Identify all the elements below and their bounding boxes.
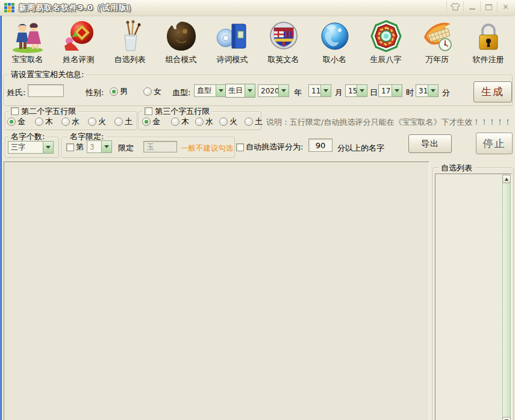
name-count-select[interactable]: 三字	[8, 141, 54, 154]
year-select[interactable]: 2020	[258, 84, 289, 97]
minimize-icon	[469, 8, 475, 10]
calendar-icon	[420, 18, 454, 53]
chevron-down-icon	[428, 85, 438, 96]
toolbar-poetry-mode[interactable]: 诗词模式	[207, 18, 258, 69]
birthday-select[interactable]: 生日	[225, 84, 255, 98]
scrollbar-track[interactable]	[502, 175, 511, 420]
toolbar-custom-list[interactable]: 自选列表	[104, 18, 155, 69]
nickname-icon	[318, 18, 352, 53]
wuxing2-fire-radio[interactable]: 火	[88, 116, 106, 127]
baby-naming-icon	[11, 18, 45, 53]
wuxing2-wood-radio[interactable]: 木	[35, 116, 53, 127]
minute-select[interactable]: 31	[416, 84, 439, 97]
scrollbar-down-button[interactable]	[502, 417, 511, 420]
chevron-down-icon	[216, 85, 226, 96]
toolbar-register[interactable]: 软件注册	[463, 18, 514, 69]
wuxing2-earth-radio[interactable]: 土	[114, 116, 133, 127]
gender-female-radio[interactable]: 女	[143, 86, 161, 97]
blood-type-select[interactable]: 血型	[194, 84, 226, 97]
radio-icon	[245, 118, 253, 126]
english-name-icon	[267, 18, 301, 53]
name-count-title: 名字个数:	[8, 132, 47, 141]
custom-list-title: 自选列表	[439, 163, 475, 172]
toolbar-label: 取小名	[323, 54, 346, 65]
gender-male-radio[interactable]: 男	[110, 86, 128, 97]
name-evaluation-icon	[62, 18, 96, 53]
limit-label: 限定	[118, 143, 134, 154]
arrow-up-icon	[505, 176, 508, 181]
generate-button[interactable]: 生成	[473, 81, 512, 102]
toolbar-label: 万年历	[425, 54, 449, 65]
toolbar-label: 宝宝取名	[12, 54, 43, 65]
minimize-button[interactable]	[463, 1, 480, 13]
toolbar-baby-naming[interactable]: 宝宝取名	[2, 18, 53, 69]
toolbar-label: 自选列表	[114, 54, 146, 65]
wuxing3-water-radio[interactable]: 水	[195, 116, 213, 127]
scrollbar-up-button[interactable]	[502, 175, 511, 183]
toolbar-bazi[interactable]: 生辰八字	[360, 18, 411, 69]
shirt-icon	[451, 3, 460, 11]
stop-button[interactable]: 停止	[476, 133, 513, 154]
radio-selected-icon	[110, 87, 118, 96]
wuxing2-checkbox[interactable]	[11, 107, 19, 115]
skin-button[interactable]	[446, 1, 463, 13]
window-controls: ✕	[446, 1, 514, 13]
toolbar-label: 软件注册	[473, 54, 504, 65]
wuxing3-checkbox[interactable]	[145, 107, 152, 115]
wuxing3-earth-radio[interactable]: 土	[245, 116, 263, 127]
day-unit: 日	[370, 87, 378, 98]
window-title: 新周易取名软件9.0（试用版）	[19, 2, 136, 13]
surname-label: 姓氏:	[7, 87, 25, 98]
custom-list-panel[interactable]	[435, 174, 512, 420]
chevron-down-icon	[357, 85, 367, 96]
limit-warning-text: 一般不建议勾选	[181, 143, 234, 154]
wuxing3-gold-radio[interactable]: 金	[142, 116, 160, 127]
toolbar-label: 组合模式	[166, 54, 197, 65]
score-input[interactable]	[308, 139, 332, 152]
month-unit: 月	[335, 87, 343, 98]
info-groupbox-title: 请设置宝宝相关信息:	[8, 70, 86, 79]
toolbar-name-evaluation[interactable]: 姓名评测	[53, 18, 104, 69]
toolbar-calendar[interactable]: 万年历	[411, 18, 463, 69]
close-button[interactable]: ✕	[497, 1, 514, 13]
toolbar-label: 诗词模式	[217, 54, 248, 65]
combo-mode-icon	[164, 18, 198, 53]
toolbar-label: 生辰八字	[370, 54, 402, 65]
radio-selected-icon	[7, 118, 16, 126]
minute-unit: 分	[442, 87, 450, 98]
wuxing2-water-radio[interactable]: 水	[61, 116, 80, 127]
poetry-mode-icon	[216, 18, 249, 53]
export-button[interactable]: 导出	[408, 134, 452, 153]
gender-label: 性别:	[86, 87, 104, 98]
limit-position-select[interactable]: 3	[87, 140, 112, 153]
wuxing3-title: 第三个字五行限	[142, 107, 212, 116]
chevron-down-icon	[278, 85, 289, 96]
radio-icon	[171, 118, 179, 126]
note-text: 说明：五行限定/自动挑选评分只能在《宝宝取名》下才生效！！！！！	[266, 117, 511, 128]
radio-icon	[88, 118, 96, 126]
wuxing3-fire-radio[interactable]: 火	[219, 116, 237, 127]
limit-char-input[interactable]	[143, 141, 177, 152]
hour-select[interactable]: 17	[378, 84, 402, 97]
bazi-icon	[369, 18, 403, 53]
toolbar-combo-mode[interactable]: 组合模式	[155, 18, 207, 69]
auto-pick-checkbox[interactable]	[236, 143, 244, 151]
wuxing3-wood-radio[interactable]: 木	[171, 116, 189, 127]
maximize-button[interactable]	[480, 1, 497, 13]
app-window: 新周易取名软件9.0（试用版） ✕	[0, 0, 515, 420]
surname-input[interactable]	[28, 84, 64, 97]
auto-pick-checkbox-option[interactable]: 自动挑选评分为:	[236, 142, 303, 152]
result-list-panel[interactable]	[4, 161, 429, 420]
chevron-down-icon	[392, 85, 402, 96]
chevron-down-icon	[43, 142, 53, 153]
month-select[interactable]: 11	[308, 84, 331, 97]
limit-checkbox[interactable]	[66, 143, 74, 151]
wuxing2-gold-radio[interactable]: 金	[7, 116, 25, 127]
toolbar-nickname[interactable]: 取小名	[309, 18, 360, 69]
custom-list-icon	[113, 18, 147, 53]
hour-unit: 时	[406, 87, 414, 98]
chevron-down-icon	[245, 84, 255, 97]
limit-checkbox-option[interactable]: 第	[66, 142, 84, 152]
day-select[interactable]: 15	[345, 84, 367, 97]
toolbar-english-name[interactable]: 取英文名	[258, 18, 309, 69]
